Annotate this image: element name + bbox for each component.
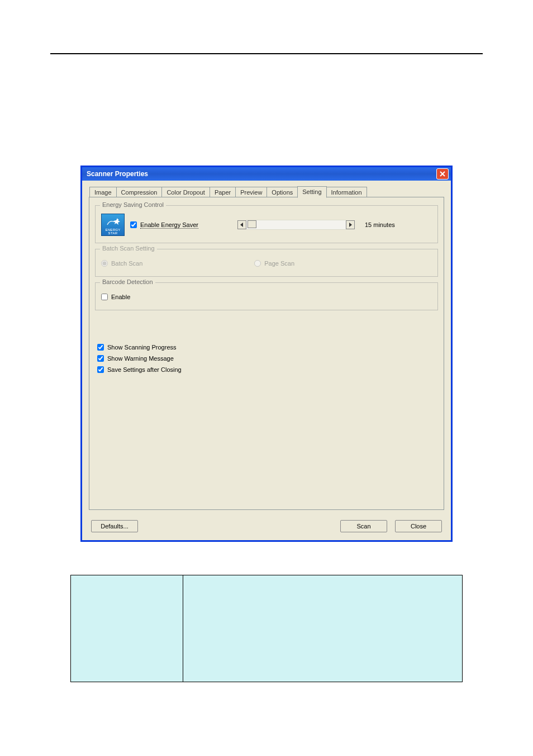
tab-label: Image [94,189,112,196]
misc-options: Show Scanning Progress Show Warning Mess… [97,344,438,373]
slider-track[interactable] [246,220,346,230]
group-barcode-detection: Barcode Detection Enable [95,282,438,310]
slider-thumb[interactable] [248,220,256,228]
info-table-col2 [183,575,462,682]
energy-star-icon: ENERGY STAR [101,214,125,236]
tab-compression[interactable]: Compression [116,187,163,197]
group-title-barcode: Barcode Detection [100,278,155,285]
close-icon[interactable] [436,168,449,179]
tab-preview[interactable]: Preview [235,187,267,197]
batch-scan-label: Batch Scan [111,260,142,267]
tab-label: Setting [302,188,321,195]
dialog-body: Image Compression Color Dropout Paper Pr… [82,181,451,540]
slider-right-arrow-icon[interactable] [346,220,355,229]
scan-button[interactable]: Scan [340,520,387,532]
tab-label: Color Dropout [166,189,204,196]
tab-label: Information [331,189,362,196]
group-title-energy: Energy Saving Control [100,201,166,208]
group-title-batch: Batch Scan Setting [100,245,157,252]
dialog-titlebar: Scanner Properties [82,167,451,181]
barcode-enable-checkbox[interactable] [101,294,108,300]
enable-energy-saver-label: Enable Energy Saver [140,221,198,229]
show-warning-message-checkbox[interactable] [97,355,104,362]
dialog-title: Scanner Properties [87,170,148,178]
close-button[interactable]: Close [395,520,442,532]
tab-label: Preview [240,189,262,196]
page-scan-label: Page Scan [264,260,294,267]
show-warning-message-label: Show Warning Message [107,355,174,362]
button-label: Close [411,523,426,530]
energy-saver-slider[interactable] [237,220,355,229]
save-settings-after-closing-label: Save Settings after Closing [107,366,182,373]
info-table-col1 [71,575,183,682]
dialog-button-row: Defaults... Scan Close [89,520,444,532]
show-scanning-progress-label: Show Scanning Progress [107,344,177,351]
group-batch-scan: Batch Scan Setting Batch Scan Page Scan [95,249,438,277]
batch-scan-radio [101,260,108,267]
enable-energy-saver-checkbox[interactable] [130,221,137,228]
show-scanning-progress-checkbox[interactable] [97,344,104,351]
energy-saver-value: 15 minutes [365,221,395,228]
tabstrip: Image Compression Color Dropout Paper Pr… [89,186,444,197]
energy-star-label: ENERGY STAR [102,228,124,235]
tab-paper[interactable]: Paper [210,187,236,197]
page-top-rule [50,53,483,54]
tab-image[interactable]: Image [89,187,117,197]
button-label: Scan [356,523,370,530]
defaults-button[interactable]: Defaults... [91,520,138,532]
info-table [70,575,463,682]
tab-label: Options [272,189,293,196]
tab-label: Compression [121,189,158,196]
barcode-enable-label: Enable [111,294,130,300]
tab-panel-setting: Energy Saving Control ENERGY STAR Enable… [89,197,444,510]
tab-label: Paper [215,189,231,196]
button-label: Defaults... [101,523,129,530]
tab-options[interactable]: Options [266,187,298,197]
tab-information[interactable]: Information [326,187,367,197]
tab-setting[interactable]: Setting [297,186,326,198]
page-scan-radio [254,260,261,267]
slider-left-arrow-icon[interactable] [237,220,246,229]
tab-color-dropout[interactable]: Color Dropout [161,187,210,197]
group-energy-saving: Energy Saving Control ENERGY STAR Enable… [95,205,438,243]
scanner-properties-dialog: Scanner Properties Image Compression Col… [81,166,452,541]
save-settings-after-closing-checkbox[interactable] [97,366,104,373]
